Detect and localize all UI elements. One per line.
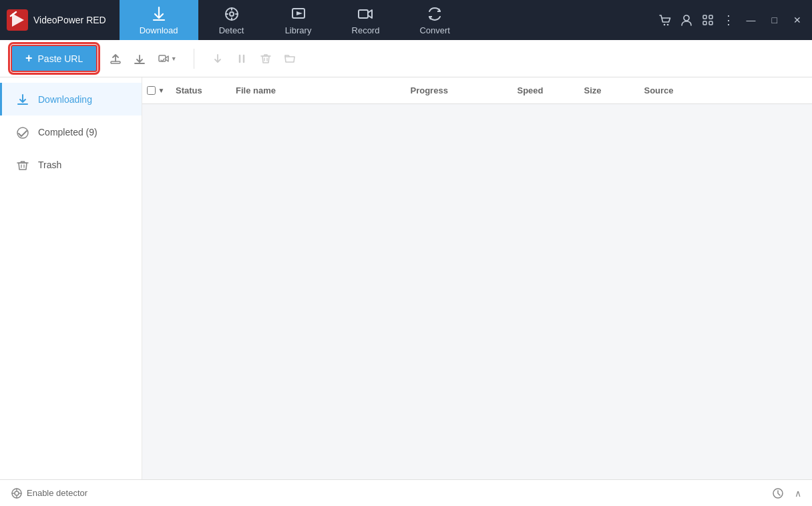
titlebar: VideoPower RED Download [0, 0, 812, 40]
tab-convert[interactable]: Convert [399, 0, 470, 40]
sidebar-item-downloading[interactable]: Downloading [0, 83, 142, 115]
trash-icon [15, 158, 30, 172]
svg-point-34 [15, 491, 19, 495]
svg-marker-11 [296, 11, 302, 15]
pause-button[interactable] [230, 47, 253, 70]
maximize-button[interactable]: □ [768, 13, 781, 27]
sidebar: Downloading Completed (9) T [0, 77, 142, 479]
app-logo [7, 9, 28, 31]
enable-detector-label: Enable detector [27, 488, 87, 498]
sidebar-trash-label: Trash [38, 160, 61, 170]
main-area: Downloading Completed (9) T [0, 77, 812, 479]
tab-library-label: Library [285, 25, 312, 35]
cart-icon[interactable] [658, 13, 672, 27]
svg-rect-20 [111, 61, 120, 63]
toolbar-divider [194, 49, 194, 69]
window-controls: ⋮ — □ ✕ [658, 13, 812, 27]
svg-rect-18 [703, 21, 706, 25]
table-body [142, 104, 812, 479]
detector-icon [11, 487, 23, 499]
table-col-filename: File name [229, 85, 404, 95]
collapse-button[interactable]: ∧ [795, 488, 801, 499]
sidebar-completed-label: Completed (9) [38, 127, 97, 138]
svg-point-13 [663, 23, 665, 25]
table-col-speed: Speed [511, 85, 578, 95]
tab-record-label: Record [352, 25, 380, 35]
tab-detect[interactable]: Detect [198, 0, 265, 40]
svg-point-15 [684, 15, 689, 21]
svg-rect-19 [709, 21, 713, 25]
enable-detector-item[interactable]: Enable detector [11, 487, 87, 499]
paste-url-label: Paste URL [38, 53, 83, 64]
nav-tabs: Download Detect [120, 0, 658, 40]
svg-rect-22 [159, 55, 166, 61]
convert-tab-icon [426, 5, 443, 23]
table-header: ▼ Status File name Progress Speed Size S… [142, 77, 812, 104]
svg-point-29 [17, 128, 28, 138]
tab-download-label: Download [140, 25, 178, 35]
svg-rect-12 [359, 10, 368, 18]
close-button[interactable]: ✕ [789, 13, 805, 27]
tab-record[interactable]: Record [332, 0, 400, 40]
app-title: VideoPower RED [33, 15, 106, 25]
library-tab-icon [290, 5, 307, 23]
user-icon[interactable] [680, 13, 693, 27]
history-icon-btn[interactable] [772, 487, 784, 499]
table-col-status: Status [169, 85, 229, 95]
dropdown-arrow-icon: ▼ [171, 55, 177, 62]
upload-button[interactable] [104, 47, 127, 70]
open-folder-button[interactable] [278, 47, 301, 70]
sidebar-item-trash[interactable]: Trash [0, 149, 142, 182]
statusbar: Enable detector ∧ [0, 479, 812, 506]
table-col-checkbox[interactable]: ▼ [142, 86, 169, 95]
grid-icon[interactable] [701, 13, 715, 27]
table-col-source: Source [638, 85, 813, 95]
tab-download[interactable]: Download [120, 0, 198, 40]
chevron-up-icon: ∧ [795, 488, 801, 499]
svg-rect-16 [703, 15, 706, 19]
action-toolbar-group [206, 47, 301, 70]
more-icon[interactable]: ⋮ [723, 13, 735, 27]
completed-icon [15, 125, 30, 139]
titlebar-left: VideoPower RED [7, 9, 106, 31]
download-toolbar-group: ▼ [104, 47, 182, 70]
sidebar-downloading-label: Downloading [38, 94, 92, 105]
tab-convert-label: Convert [419, 25, 450, 35]
sidebar-item-completed[interactable]: Completed (9) [0, 115, 142, 148]
table-col-progress: Progress [404, 85, 511, 95]
paste-url-button[interactable]: + Paste URL [11, 45, 97, 72]
tab-detect-label: Detect [219, 25, 244, 35]
download-btn[interactable] [128, 47, 151, 70]
toolbar: + Paste URL ▼ [0, 40, 812, 77]
downloading-icon [15, 92, 30, 106]
tab-library[interactable]: Library [265, 0, 332, 40]
content-pane: ▼ Status File name Progress Speed Size S… [142, 77, 812, 479]
table-col-size: Size [578, 85, 638, 95]
svg-point-14 [666, 23, 668, 25]
detect-tab-icon [223, 5, 240, 23]
download-tab-icon [150, 5, 168, 23]
plus-icon: + [25, 51, 33, 65]
svg-rect-17 [709, 15, 713, 19]
record-tab-icon [357, 5, 374, 23]
svg-point-5 [230, 12, 234, 16]
minimize-button[interactable]: — [743, 13, 760, 27]
delete-button[interactable] [254, 47, 277, 70]
resume-button[interactable] [206, 47, 229, 70]
col-dropdown-arrow[interactable]: ▼ [158, 87, 165, 94]
video-download-btn[interactable]: ▼ [152, 47, 182, 70]
select-all-checkbox[interactable] [147, 86, 156, 95]
